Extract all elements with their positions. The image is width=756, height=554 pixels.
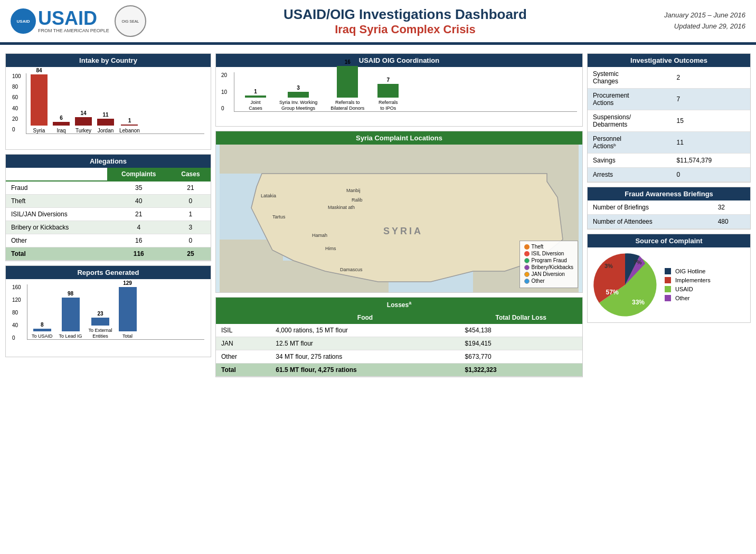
alleg-cell-name: Theft (6, 195, 107, 208)
losses-header: Lossesa (216, 298, 582, 311)
bar-syria: 84 Syria (31, 68, 48, 133)
oig-hotline-label: OIG Hotline (675, 268, 705, 274)
other-source-square (665, 295, 671, 301)
briefing-label: Number of Briefings (588, 200, 713, 215)
usaid-logo: USAID USAID FROM THE AMERICAN PEOPLE (11, 8, 109, 34)
legend-implementers: Implementers (665, 277, 711, 283)
loss-row: Other 34 MT flour, 275 rations $673,770 (216, 350, 582, 364)
coord-bar-syria-wg: 3 Syria Inv. WorkingGroup Meetings (279, 85, 317, 111)
alleg-cell-complaints: 21 (107, 208, 171, 221)
outcome-row: Savings $11,574,379 (588, 154, 750, 168)
theft-dot (524, 244, 530, 250)
alleg-cell-complaints: 16 (107, 234, 171, 247)
alleg-cell-cases: 0 (171, 234, 211, 247)
outcome-value: 7 (672, 89, 750, 110)
usaid-brand-text: USAID (38, 9, 109, 28)
alleg-cell-cases: 25 (171, 247, 211, 261)
main-content: Intake by Country 100 80 60 40 20 0 84 (0, 49, 756, 381)
other-label: Other (532, 278, 545, 284)
coordination-chart-area: 20 10 0 1 JointCases 3 Syria (216, 67, 582, 126)
alleg-cell-name: Bribery or Kickbacks (6, 221, 107, 234)
losses-col-loss: Total Dollar Loss (460, 311, 582, 324)
intake-panel: Intake by Country 100 80 60 40 20 0 84 (5, 53, 211, 150)
logos-area: USAID USAID FROM THE AMERICAN PEOPLE OIG… (11, 5, 146, 37)
alleg-cell-complaints: 40 (107, 195, 171, 208)
alleg-cell-complaints: 35 (107, 181, 171, 195)
briefing-label: Number of Attendees (588, 215, 713, 229)
loss-entity: Other (216, 350, 270, 364)
alleg-cell-cases: 1 (171, 208, 211, 221)
legend-other: Other (524, 278, 573, 284)
report-bar-usaid: 8 To USAID (32, 322, 53, 339)
report-bar-lead-ig: 98 To Lead IG (59, 291, 82, 339)
alleg-row: ISIL/JAN Diversions 21 1 (6, 208, 211, 221)
alleg-row: Other 16 0 (6, 234, 211, 247)
loss-food: 12.5 MT flour (270, 337, 459, 350)
loss-food: 34 MT flour, 275 rations (270, 350, 459, 364)
loss-entity: Total (216, 364, 270, 377)
loss-row: JAN 12.5 MT flour $194,415 (216, 337, 582, 350)
alleg-cell-complaints: 116 (107, 247, 171, 261)
outcome-value: $11,574,379 (672, 154, 750, 168)
loss-amount: $1,322,323 (460, 364, 582, 377)
pie-label-7: 7% (634, 259, 642, 265)
outcome-row: SystemicChanges 2 (588, 67, 750, 89)
header-divider (0, 44, 756, 45)
intake-header: Intake by Country (6, 54, 211, 67)
dashboard-title-area: USAID/OIG Investigations Dashboard Iraq … (146, 6, 664, 36)
outcome-value: 0 (672, 168, 750, 182)
coord-bar-joint: 1 JointCases (245, 89, 266, 111)
outcome-row: Arrests 0 (588, 168, 750, 182)
intake-y-axis: 100 80 60 40 20 0 (12, 73, 21, 132)
coord-bars: 1 JointCases 3 Syria Inv. WorkingGroup M… (234, 72, 577, 112)
implementers-square (665, 277, 671, 283)
briefings-table: Number of Briefings 32 Number of Attende… (588, 200, 750, 229)
theft-label: Theft (532, 244, 544, 250)
bar-jordan: 11 Jordan (97, 112, 114, 133)
alleg-cell-name: Total (6, 247, 107, 261)
allegations-header: Allegations (6, 155, 211, 168)
bar-lebanon: 1 Lebanon (119, 118, 140, 133)
svg-text:SYRIA: SYRIA (383, 226, 423, 236)
briefing-row: Number of Briefings 32 (588, 200, 750, 215)
allegations-panel: Allegations Allegation Complaints Cases … (5, 154, 211, 261)
losses-col-entity (216, 311, 270, 324)
other-dot (524, 279, 530, 284)
header-date: January 2015 – June 2016 Updated June 29… (664, 10, 745, 32)
alleg-row: Fraud 35 21 (6, 181, 211, 195)
loss-food: 4,000 rations, 15 MT flour (270, 324, 459, 337)
losses-panel: Lossesa Food Total Dollar Loss ISIL 4,00… (215, 297, 583, 377)
briefings-panel: Fraud Awareness Briefings Number of Brie… (587, 187, 751, 230)
briefing-row: Number of Attendees 480 (588, 215, 750, 229)
left-column: Intake by Country 100 80 60 40 20 0 84 (5, 53, 211, 377)
jan-dot (524, 272, 530, 277)
intake-chart: 100 80 60 40 20 0 84 Syria (6, 67, 211, 149)
alleg-col-allegation: Allegation (6, 168, 107, 181)
alleg-cell-cases: 3 (171, 221, 211, 234)
outcome-label: ProcurementActions (588, 89, 672, 110)
map-area: SYRIA Latakia Tartus Hamah Hims Damascus… (216, 145, 582, 292)
bar-turkey: 14 Turkey (75, 110, 92, 133)
pie-legend: OIG Hotline Implementers USAID Other (665, 268, 711, 302)
outcome-value: 2 (672, 67, 750, 89)
dashboard-subtitle: Iraq Syria Complex Crisis (146, 23, 664, 36)
briefing-value: 480 (713, 215, 750, 229)
legend-oig-hotline: OIG Hotline (665, 268, 711, 274)
legend-usaid-source: USAID (665, 286, 711, 292)
outcome-label: SystemicChanges (588, 67, 672, 89)
pie-label-33: 33% (632, 299, 645, 306)
alleg-row: Bribery or Kickbacks 4 3 (6, 221, 211, 234)
alleg-row: Theft 40 0 (6, 195, 211, 208)
legend-fraud: Program Fraud (524, 257, 573, 263)
alleg-cell-cases: 0 (171, 195, 211, 208)
reports-bars: 8 To USAID 98 To Lead IG 23 To Ex (27, 284, 204, 340)
alleg-col-cases: Cases (171, 168, 211, 181)
svg-text:Tartus: Tartus (272, 214, 286, 219)
report-bar-external: 23 To ExternalEntities (89, 311, 112, 339)
source-pie: 7% 3% 57% 33% (591, 251, 659, 319)
fraud-label: Program Fraud (532, 257, 567, 263)
loss-amount: $194,415 (460, 337, 582, 350)
alleg-cell-cases: 21 (171, 181, 211, 195)
svg-text:Latakia: Latakia (261, 193, 276, 198)
loss-entity: ISIL (216, 324, 270, 337)
